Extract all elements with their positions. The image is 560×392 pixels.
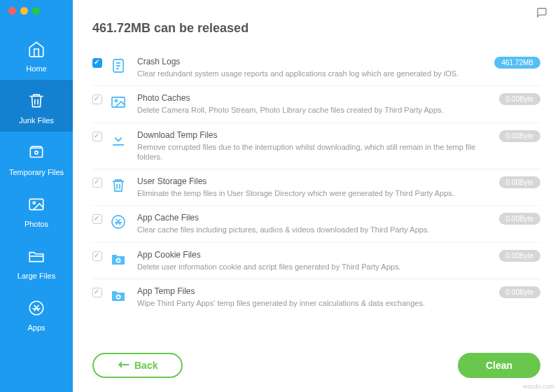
file-category-list: Crash LogsClear redundant system usage r…: [92, 50, 540, 339]
watermark: wsxdn.com: [523, 383, 554, 390]
row-desc: Clear redundant system usage reports and…: [137, 69, 494, 78]
size-badge: 0.00Byte: [499, 250, 540, 262]
folder-icon: [25, 245, 48, 267]
appcircle-icon: [109, 213, 127, 231]
checkbox[interactable]: [92, 178, 102, 188]
trash-icon: [25, 90, 48, 112]
sidebar-item-junk[interactable]: Junk Files: [0, 80, 73, 132]
appstore-icon: [25, 297, 48, 319]
row-desc: Remove corrupted files due to the interr…: [137, 142, 499, 162]
folderapp-icon: [109, 286, 127, 304]
maximize-icon[interactable]: [32, 7, 40, 15]
list-item: App Cookie FilesDelete user information …: [92, 243, 540, 279]
sidebar: Home Junk Files Temporary Files Photos L…: [0, 0, 73, 392]
size-badge: 0.00Byte: [499, 286, 540, 298]
sidebar-label: Temporary Files: [9, 168, 64, 176]
size-badge: 0.00Byte: [499, 176, 540, 188]
list-item: App Cache FilesClear cache files includi…: [92, 206, 540, 242]
row-title: Photo Caches: [137, 93, 499, 103]
sidebar-label: Apps: [27, 323, 45, 332]
folderapp-icon: [109, 250, 127, 268]
arrow-left-icon: [118, 360, 130, 371]
clock-icon: [25, 141, 48, 164]
trash-icon: [109, 176, 127, 195]
sidebar-item-temp[interactable]: Temporary Files: [0, 132, 73, 183]
checkbox[interactable]: [92, 132, 102, 141]
sidebar-label: Large Files: [18, 272, 55, 280]
sidebar-label: Home: [26, 64, 46, 73]
row-title: App Cache Files: [137, 213, 499, 223]
checkbox[interactable]: [92, 214, 102, 224]
checkbox[interactable]: [92, 251, 102, 261]
row-desc: Eliminate the temp files in User Storage…: [137, 188, 499, 198]
download-icon: [109, 130, 127, 148]
svg-rect-6: [112, 97, 125, 107]
list-item: App Temp FilesWipe Third Party Apps' tem…: [92, 279, 540, 315]
svg-rect-0: [30, 148, 42, 158]
list-item: User Storage FilesEliminate the temp fil…: [92, 169, 540, 206]
row-title: Download Temp Files: [137, 130, 499, 140]
row-desc: Clear cache files including pictures, au…: [137, 225, 499, 234]
window-controls: [8, 7, 40, 15]
svg-point-1: [35, 151, 38, 154]
sidebar-label: Photos: [24, 220, 48, 228]
row-desc: Wipe Third Party Apps' temp files genera…: [137, 298, 499, 308]
home-icon: [25, 38, 48, 60]
svg-rect-2: [29, 199, 43, 209]
list-item: Download Temp FilesRemove corrupted file…: [92, 123, 540, 170]
size-badge: 0.00Byte: [499, 213, 540, 225]
back-button[interactable]: Back: [92, 353, 183, 378]
checkbox[interactable]: [92, 58, 102, 68]
sidebar-item-apps[interactable]: Apps: [0, 287, 73, 339]
main-panel: 461.72MB can be released Crash LogsClear…: [73, 0, 560, 392]
list-item: Crash LogsClear redundant system usage r…: [92, 50, 540, 86]
row-desc: Delete Camera Roll, Photo Stream, Photo …: [137, 105, 499, 115]
list-item: Photo CachesDelete Camera Roll, Photo St…: [92, 86, 540, 122]
page-title: 461.72MB can be released: [92, 21, 540, 36]
row-title: App Cookie Files: [137, 250, 499, 260]
clean-button[interactable]: Clean: [458, 353, 540, 378]
row-desc: Delete user information cookie and scrip…: [137, 262, 499, 272]
sidebar-label: Junk Files: [19, 116, 54, 125]
document-icon: [109, 57, 127, 75]
sidebar-item-photos[interactable]: Photos: [0, 183, 73, 235]
minimize-icon[interactable]: [20, 7, 28, 15]
image-icon: [25, 193, 48, 216]
svg-point-3: [33, 202, 35, 204]
svg-point-7: [115, 100, 118, 102]
checkbox[interactable]: [92, 288, 102, 298]
size-badge: 461.72MB: [494, 57, 540, 69]
sidebar-item-home[interactable]: Home: [0, 28, 73, 80]
back-label: Back: [134, 360, 158, 371]
checkbox[interactable]: [92, 94, 102, 104]
footer: Back Clean: [92, 349, 540, 378]
row-title: User Storage Files: [137, 176, 499, 186]
size-badge: 0.00Byte: [499, 130, 540, 142]
row-title: App Temp Files: [137, 286, 499, 296]
photo-icon: [109, 93, 127, 111]
sidebar-item-large[interactable]: Large Files: [0, 235, 73, 287]
close-icon[interactable]: [8, 7, 16, 15]
row-title: Crash Logs: [137, 57, 494, 66]
clean-label: Clean: [486, 360, 512, 371]
size-badge: 0.00Byte: [499, 93, 540, 105]
